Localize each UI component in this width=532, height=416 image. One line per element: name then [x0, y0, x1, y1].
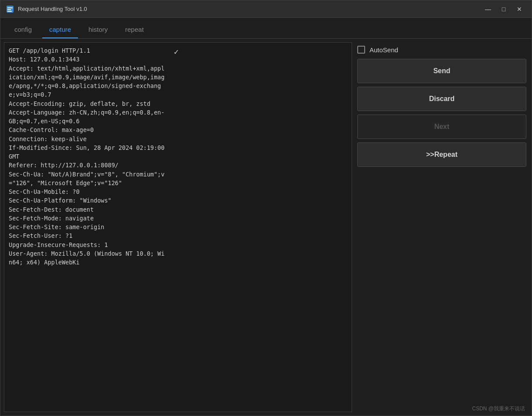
- tab-history[interactable]: history: [81, 21, 115, 38]
- send-button[interactable]: Send: [357, 59, 526, 83]
- svg-rect-2: [7, 9, 11, 10]
- next-button[interactable]: Next: [357, 115, 526, 139]
- titlebar: Request Handling Tool v1.0 — □ ✕: [0, 0, 532, 18]
- autosend-checkbox[interactable]: [357, 46, 365, 54]
- titlebar-controls: — □ ✕: [481, 4, 526, 14]
- watermark: CSDN @我重来不说话: [472, 405, 525, 413]
- tabbar: config capture history repeat: [0, 18, 532, 39]
- main-window: Request Handling Tool v1.0 — □ ✕ config …: [0, 0, 532, 416]
- main-content: GET /app/login HTTP/1.1 Host: 127.0.0.1:…: [0, 39, 532, 416]
- checkmark-area: ✓: [169, 42, 183, 412]
- tab-config[interactable]: config: [7, 21, 39, 38]
- autosend-row: AutoSend: [357, 44, 526, 55]
- app-icon: [6, 5, 14, 14]
- request-panel: GET /app/login HTTP/1.1 Host: 127.0.0.1:…: [4, 42, 352, 412]
- request-text[interactable]: GET /app/login HTTP/1.1 Host: 127.0.0.1:…: [4, 42, 169, 412]
- controls-panel: AutoSend Send Discard Next >>Repeat: [354, 42, 528, 412]
- maximize-button[interactable]: □: [497, 4, 511, 14]
- repeat-button[interactable]: >>Repeat: [357, 142, 526, 167]
- titlebar-left: Request Handling Tool v1.0: [6, 5, 87, 14]
- response-panel: [183, 42, 352, 412]
- close-button[interactable]: ✕: [512, 4, 526, 14]
- tab-capture[interactable]: capture: [42, 21, 78, 38]
- svg-rect-3: [7, 11, 12, 12]
- svg-rect-1: [7, 7, 13, 8]
- checkmark-icon: ✓: [173, 48, 179, 56]
- autosend-label: AutoSend: [369, 46, 398, 54]
- minimize-button[interactable]: —: [481, 4, 495, 14]
- tab-repeat[interactable]: repeat: [118, 21, 151, 38]
- discard-button[interactable]: Discard: [357, 87, 526, 111]
- window-title: Request Handling Tool v1.0: [18, 6, 87, 12]
